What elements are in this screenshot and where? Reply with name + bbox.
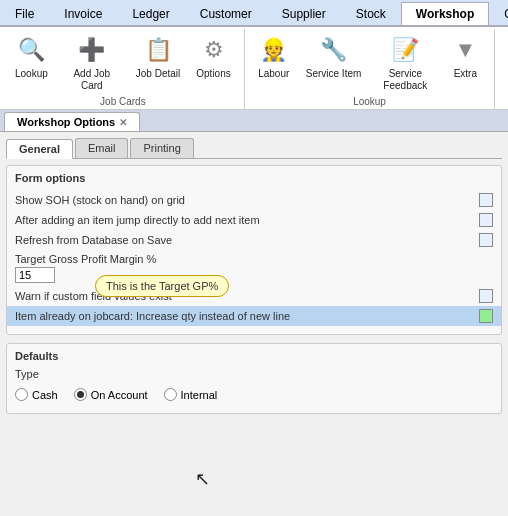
ribbon-tab-workshop[interactable]: Workshop <box>401 2 489 25</box>
show-soh-row: Show SOH (stock on hand) on grid <box>15 190 493 210</box>
form-options-section: Form options Show SOH (stock on hand) on… <box>6 165 502 335</box>
service-item-icon: 🔧 <box>318 34 350 66</box>
type-label: Type <box>15 368 493 380</box>
page-tab-strip: Workshop Options✕ <box>0 110 508 132</box>
radio-cash[interactable]: Cash <box>15 388 58 401</box>
target-gp-input[interactable] <box>15 267 55 283</box>
warn-custom-field-label: Warn if custom field values exist <box>15 290 479 302</box>
defaults-title: Defaults <box>15 350 493 362</box>
page-tab-workshop-options-close[interactable]: ✕ <box>119 117 127 128</box>
add-item-jump-row: After adding an item jump directly to ad… <box>15 210 493 230</box>
ribbon-btn-options-label: Options <box>196 68 230 80</box>
ribbon-btn-service-feedback-label: Service Feedback <box>377 68 433 92</box>
extra-icon: ▼ <box>449 34 481 66</box>
options-icon: ⚙ <box>198 34 230 66</box>
warn-custom-field-row: Warn if custom field values exist <box>15 286 493 306</box>
ribbon-btn-extra-label: Extra <box>454 68 477 80</box>
form-options-title: Form options <box>15 172 493 184</box>
item-already-checkbox[interactable] <box>479 309 493 323</box>
sub-tab-printing[interactable]: Printing <box>130 138 193 158</box>
sub-tab-bar: GeneralEmailPrinting <box>6 138 502 159</box>
target-gp-row: Target Gross Profit Margin % This is the… <box>15 250 493 286</box>
labour-icon: 👷 <box>258 34 290 66</box>
ribbon-btn-job-detail-label: Job Detail <box>136 68 180 80</box>
ribbon-btn-extra[interactable]: ▼Extra <box>442 31 488 95</box>
ribbon-btn-service-item-label: Service Item <box>306 68 362 80</box>
ribbon-btn-lookup[interactable]: 🔍Lookup <box>8 31 55 95</box>
ribbon-btn-options[interactable]: ⚙Options <box>189 31 237 95</box>
radio-cash-dot <box>15 388 28 401</box>
radio-on-account[interactable]: On Account <box>74 388 148 401</box>
refresh-db-checkbox[interactable] <box>479 233 493 247</box>
refresh-db-label: Refresh from Database on Save <box>15 234 479 246</box>
show-soh-checkbox[interactable] <box>479 193 493 207</box>
ribbon-btn-add-job-card[interactable]: ➕Add Job Card <box>57 31 127 95</box>
item-already-row: Item already on jobcard: Increase qty in… <box>7 306 501 326</box>
refresh-db-row: Refresh from Database on Save <box>15 230 493 250</box>
radio-internal[interactable]: Internal <box>164 388 218 401</box>
sub-tab-general[interactable]: General <box>6 139 73 159</box>
ribbon-tab-supplier[interactable]: Supplier <box>267 2 341 25</box>
form-rows: Show SOH (stock on hand) on gridAfter ad… <box>15 190 493 250</box>
ribbon-tab-stock[interactable]: Stock <box>341 2 401 25</box>
radio-on-account-dot <box>74 388 87 401</box>
ribbon-btn-service-item[interactable]: 🔧Service Item <box>299 31 369 95</box>
job-detail-icon: 📋 <box>142 34 174 66</box>
ribbon-group-job-cards: 🔍Lookup➕Add Job Card📋Job Detail⚙OptionsJ… <box>2 29 245 109</box>
ribbon-tab-invoice[interactable]: Invoice <box>49 2 117 25</box>
content-area: GeneralEmailPrinting Form options Show S… <box>0 132 508 428</box>
warn-custom-field-checkbox[interactable] <box>479 289 493 303</box>
ribbon-btn-labour-label: Labour <box>258 68 289 80</box>
ribbon-btn-service-feedback[interactable]: 📝Service Feedback <box>370 31 440 95</box>
sub-tab-email[interactable]: Email <box>75 138 129 158</box>
add-job-card-icon: ➕ <box>76 34 108 66</box>
ribbon-tab-qu[interactable]: Qu... <box>489 2 508 25</box>
ribbon-group-lookup-group-label: Lookup <box>353 96 386 109</box>
ribbon-btn-job-detail[interactable]: 📋Job Detail <box>129 31 187 95</box>
ribbon-group-lookup-group: 👷Labour🔧Service Item📝Service Feedback▼Ex… <box>245 29 496 109</box>
defaults-section: Defaults Type CashOn AccountInternal <box>6 343 502 414</box>
ribbon-btn-labour[interactable]: 👷Labour <box>251 31 297 95</box>
ribbon-tab-customer[interactable]: Customer <box>185 2 267 25</box>
radio-on-account-label: On Account <box>91 389 148 401</box>
target-gp-tooltip: This is the Target GP% <box>95 275 229 297</box>
item-already-label: Item already on jobcard: Increase qty in… <box>15 310 479 322</box>
mouse-cursor: ↖ <box>195 468 210 490</box>
ribbon-toolbar: 🔍Lookup➕Add Job Card📋Job Detail⚙OptionsJ… <box>0 27 508 110</box>
service-feedback-icon: 📝 <box>389 34 421 66</box>
radio-internal-label: Internal <box>181 389 218 401</box>
ribbon-tab-ledger[interactable]: Ledger <box>117 2 184 25</box>
add-item-jump-checkbox[interactable] <box>479 213 493 227</box>
radio-internal-dot <box>164 388 177 401</box>
lookup-icon: 🔍 <box>15 34 47 66</box>
add-item-jump-label: After adding an item jump directly to ad… <box>15 214 479 226</box>
show-soh-label: Show SOH (stock on hand) on grid <box>15 194 479 206</box>
ribbon-btn-add-job-card-label: Add Job Card <box>64 68 120 92</box>
page-tab-workshop-options[interactable]: Workshop Options✕ <box>4 112 140 131</box>
type-radio-group: CashOn AccountInternal <box>15 384 493 405</box>
target-gp-label: Target Gross Profit Margin % <box>15 253 493 265</box>
ribbon-btn-lookup-label: Lookup <box>15 68 48 80</box>
radio-cash-label: Cash <box>32 389 58 401</box>
ribbon-group-job-cards-label: Job Cards <box>100 96 146 109</box>
ribbon-tab-bar: FileInvoiceLedgerCustomerSupplierStockWo… <box>0 0 508 27</box>
ribbon-tab-file[interactable]: File <box>0 2 49 25</box>
